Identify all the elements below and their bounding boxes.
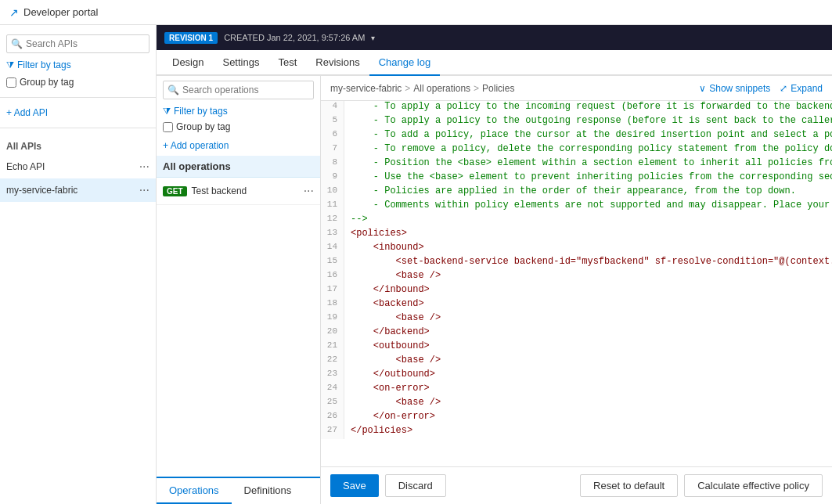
tab-changelog[interactable]: Change log bbox=[369, 50, 441, 76]
line-content: <base /> bbox=[344, 312, 832, 326]
code-line: 10 - Policies are applied in the order o… bbox=[321, 185, 832, 200]
revision-badge: REVISION 1 bbox=[164, 32, 218, 44]
line-number: 17 bbox=[321, 284, 344, 298]
ops-group[interactable]: Group by tag bbox=[163, 121, 314, 132]
breadcrumb-sep1: > bbox=[405, 83, 410, 94]
tab-settings[interactable]: Settings bbox=[213, 50, 268, 76]
line-number: 22 bbox=[321, 355, 344, 369]
ops-search-input[interactable] bbox=[163, 81, 314, 99]
save-button[interactable]: Save bbox=[330, 474, 379, 497]
line-content: </policies> bbox=[344, 425, 832, 439]
api-search-container: 🔍 bbox=[6, 34, 149, 53]
sidebar-divider2 bbox=[0, 128, 156, 128]
content-header: my-service-fabric > All operations > Pol… bbox=[321, 76, 832, 101]
code-editor[interactable]: 4 - To apply a policy to the incoming re… bbox=[321, 101, 832, 466]
fabric-api-menu[interactable]: ··· bbox=[139, 183, 149, 197]
all-operations-section[interactable]: All operations bbox=[157, 156, 320, 178]
ops-filter[interactable]: ⧩ Filter by tags bbox=[163, 106, 314, 117]
code-line: 11 - Comments within policy elements are… bbox=[321, 200, 832, 214]
group-label: Group by tag bbox=[20, 77, 74, 88]
expand-label: Expand bbox=[791, 83, 823, 94]
sidebar-divider bbox=[0, 97, 156, 98]
line-number: 4 bbox=[321, 101, 344, 115]
discard-button[interactable]: Discard bbox=[385, 474, 446, 497]
code-line: 23 </outbound> bbox=[321, 369, 832, 383]
calc-effective-button[interactable]: Calculate effective policy bbox=[684, 474, 823, 497]
ops-tab-definitions[interactable]: Definitions bbox=[232, 478, 304, 504]
line-number: 12 bbox=[321, 214, 344, 228]
echo-api-menu[interactable]: ··· bbox=[139, 160, 149, 174]
line-content: - To apply a policy to the incoming requ… bbox=[344, 101, 832, 115]
line-content: <set-backend-service backend-id="mysfbac… bbox=[344, 256, 832, 270]
expand-button[interactable]: ⤢ Expand bbox=[780, 83, 823, 94]
revision-date: CREATED Jan 22, 2021, 9:57:26 AM bbox=[224, 33, 365, 42]
group-by-tag[interactable]: Group by tag bbox=[6, 77, 149, 88]
content-footer: Save Discard Reset to default Calculate … bbox=[321, 466, 832, 504]
expand-icon: ⤢ bbox=[780, 83, 787, 94]
tab-design[interactable]: Design bbox=[163, 50, 213, 76]
content-panel: my-service-fabric > All operations > Pol… bbox=[321, 76, 832, 504]
line-content: <inbound> bbox=[344, 242, 832, 256]
ops-tab-operations[interactable]: Operations bbox=[157, 478, 232, 504]
code-line: 5 - To apply a policy to the outgoing re… bbox=[321, 115, 832, 129]
line-number: 5 bbox=[321, 115, 344, 129]
code-line: 21 <outbound> bbox=[321, 340, 832, 355]
reset-button[interactable]: Reset to default bbox=[580, 474, 678, 497]
line-content: - To remove a policy, delete the corresp… bbox=[344, 143, 832, 157]
line-number: 11 bbox=[321, 200, 344, 214]
api-item-fabric[interactable]: my-service-fabric ··· bbox=[0, 178, 156, 202]
line-number: 9 bbox=[321, 171, 344, 185]
breadcrumb-page: Policies bbox=[482, 83, 514, 94]
op-item-menu[interactable]: ··· bbox=[304, 184, 314, 198]
group-checkbox[interactable] bbox=[6, 77, 16, 88]
line-content: <policies> bbox=[344, 228, 832, 242]
tab-revisions[interactable]: Revisions bbox=[306, 50, 369, 76]
code-line: 24 <on-error> bbox=[321, 383, 832, 397]
line-content: <base /> bbox=[344, 270, 832, 284]
api-search-input[interactable] bbox=[6, 34, 149, 53]
code-line: 12--> bbox=[321, 214, 832, 228]
line-number: 8 bbox=[321, 157, 344, 171]
line-number: 16 bbox=[321, 270, 344, 284]
ops-group-label: Group by tag bbox=[176, 121, 230, 132]
add-operation-button[interactable]: + Add operation bbox=[163, 140, 314, 151]
ops-search-icon: 🔍 bbox=[167, 85, 179, 95]
filter-by-tags[interactable]: ⧩ Filter by tags bbox=[6, 59, 149, 70]
add-api-button[interactable]: + Add API bbox=[6, 107, 149, 118]
operations-panel: 🔍 ⧩ Filter by tags Group by tag + Add op… bbox=[157, 76, 321, 504]
code-line: 7 - To remove a policy, delete the corre… bbox=[321, 143, 832, 157]
add-operation-label: + Add operation bbox=[163, 140, 229, 151]
line-content: <on-error> bbox=[344, 383, 832, 397]
operation-item-test[interactable]: GET Test backend ··· bbox=[157, 178, 320, 205]
line-content: </inbound> bbox=[344, 284, 832, 298]
api-item-echo[interactable]: Echo API ··· bbox=[0, 155, 156, 178]
code-line: 19 <base /> bbox=[321, 312, 832, 326]
line-number: 24 bbox=[321, 383, 344, 397]
op-method-get: GET bbox=[163, 186, 187, 196]
line-number: 19 bbox=[321, 312, 344, 326]
show-snippets-button[interactable]: ∨ Show snippets bbox=[699, 83, 770, 94]
line-number: 10 bbox=[321, 185, 344, 200]
line-content: <outbound> bbox=[344, 340, 832, 355]
revision-chevron-icon[interactable]: ▾ bbox=[371, 34, 375, 42]
ops-group-checkbox[interactable] bbox=[163, 122, 173, 132]
chevron-icon: ∨ bbox=[699, 83, 706, 94]
filter-icon: ⧩ bbox=[6, 59, 14, 70]
code-line: 9 - Use the <base> element to prevent in… bbox=[321, 171, 832, 185]
all-operations-label: All operations bbox=[163, 160, 231, 172]
code-line: 13<policies> bbox=[321, 228, 832, 242]
tab-test[interactable]: Test bbox=[268, 50, 306, 76]
code-line: 25 <base /> bbox=[321, 397, 832, 411]
code-line: 14 <inbound> bbox=[321, 242, 832, 256]
line-number: 7 bbox=[321, 143, 344, 157]
line-content: - To add a policy, place the cursor at t… bbox=[344, 129, 832, 143]
breadcrumb-section: All operations bbox=[413, 83, 470, 94]
revision-bar: REVISION 1 CREATED Jan 22, 2021, 9:57:26… bbox=[157, 25, 832, 50]
ops-filter-label: Filter by tags bbox=[174, 106, 228, 117]
line-number: 6 bbox=[321, 129, 344, 143]
line-content: - Position the <base> element within a s… bbox=[344, 157, 832, 171]
portal-icon: ↗ bbox=[9, 6, 19, 19]
code-line: 20 </backend> bbox=[321, 326, 832, 340]
code-line: 26 </on-error> bbox=[321, 411, 832, 425]
top-bar: ↗ Developer portal bbox=[0, 0, 832, 25]
